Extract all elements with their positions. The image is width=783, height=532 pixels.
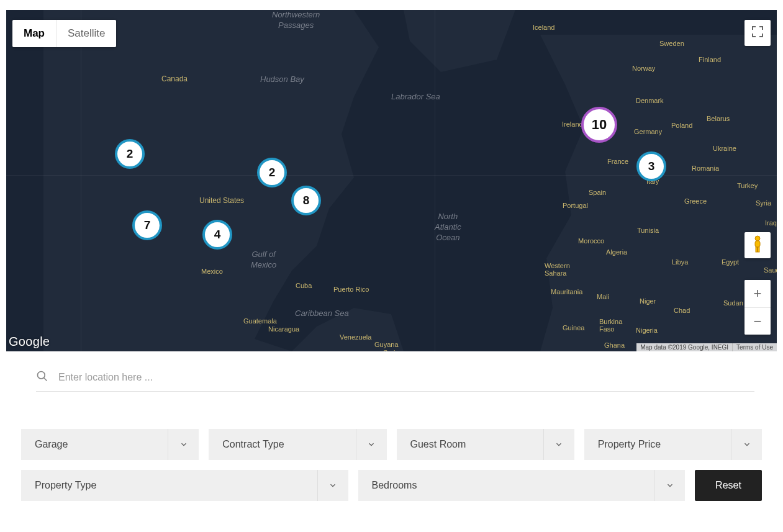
chevron-down-icon [356, 429, 387, 460]
place-label: Guyana [374, 341, 399, 348]
place-label: Puerto Rico [333, 286, 369, 293]
grid-line [435, 10, 435, 351]
map-background [6, 10, 777, 351]
place-label: Ukraine [713, 145, 736, 152]
cluster-marker[interactable]: 4 [202, 220, 232, 250]
place-label: Mexico [201, 268, 223, 275]
cluster-marker[interactable]: 7 [132, 210, 162, 240]
place-label: Greece [684, 197, 707, 205]
place-label: Guinea [563, 324, 584, 331]
place-label: Mauritania [551, 288, 582, 295]
place-label: Sweden [659, 40, 684, 47]
filter-label: Guest Room [397, 429, 543, 460]
svg-rect-3 [756, 247, 758, 252]
place-label: United States [199, 196, 244, 205]
filter-label: Property Type [21, 470, 317, 501]
place-label: Niger [640, 297, 656, 305]
chevron-down-icon [168, 429, 199, 460]
svg-point-1 [755, 236, 760, 241]
grid-line [81, 10, 81, 351]
ocean-label: Caribbean Sea [295, 309, 349, 319]
place-label: Portugal [563, 202, 588, 209]
place-label: Poland [671, 122, 692, 129]
place-label: Venezuela [340, 333, 371, 341]
filter-bedrooms[interactable]: Bedrooms [358, 470, 686, 501]
ocean-label: Gulf of Mexico [251, 250, 276, 271]
place-label: Nicaragua [268, 325, 299, 333]
place-label: France [607, 158, 628, 165]
place-label: Western Sahara [545, 262, 570, 277]
map-footer: Map data ©2019 Google, INEGI Terms of Us… [636, 343, 777, 351]
place-label: Romania [692, 165, 719, 172]
terms-link[interactable]: Terms of Use [732, 343, 777, 351]
place-label: Nigeria [636, 327, 658, 334]
reset-button[interactable]: Reset [695, 470, 762, 501]
streetview-pegman[interactable] [745, 232, 771, 258]
filter-label: Property Price [584, 429, 731, 460]
filter-label: Bedrooms [358, 470, 654, 501]
search-icon [36, 370, 48, 385]
place-label: Norway [632, 65, 655, 72]
svg-point-5 [38, 372, 45, 379]
place-label: Ghana [604, 341, 625, 349]
map-data-attribution: Map data ©2019 Google, INEGI [636, 343, 732, 351]
ocean-label: North Atlantic Ocean [435, 212, 461, 243]
cluster-marker[interactable]: 2 [257, 158, 287, 187]
ocean-label: Hudson Bay [260, 74, 304, 85]
place-label: Iceland [533, 24, 554, 31]
map-type-toggle: Map Satellite [12, 20, 116, 47]
place-label: Canada [161, 74, 188, 83]
place-label: Saudi [764, 266, 777, 274]
place-label: Egypt [722, 258, 739, 266]
place-label: Iraq [765, 219, 777, 227]
place-label: Belarus [707, 115, 730, 122]
chevron-down-icon [731, 429, 762, 460]
cluster-marker[interactable]: 2 [115, 139, 145, 169]
map-type-map[interactable]: Map [12, 20, 56, 47]
filter-property-type[interactable]: Property Type [21, 470, 348, 501]
place-label: Morocco [578, 237, 604, 245]
filter-label: Contract Type [209, 429, 355, 460]
place-label: Finland [699, 56, 721, 63]
filter-label: Garage [21, 429, 168, 460]
filter-property-price[interactable]: Property Price [584, 429, 762, 460]
svg-rect-2 [755, 241, 760, 247]
fullscreen-button[interactable] [745, 20, 771, 46]
place-label: Burkina Faso [599, 318, 622, 333]
chevron-down-icon [317, 470, 348, 501]
place-label: Germany [634, 128, 662, 135]
place-label: Syria [756, 199, 771, 207]
zoom-out-button[interactable]: − [745, 307, 771, 335]
filter-contract-type[interactable]: Contract Type [209, 429, 386, 460]
ocean-label: Labrador Sea [391, 92, 440, 102]
cluster-marker[interactable]: 8 [291, 186, 321, 215]
place-label: Sudan [723, 299, 743, 307]
pegman-icon [751, 235, 764, 255]
location-search [36, 370, 754, 392]
place-label: Ireland [562, 120, 583, 128]
place-label: Guatemala [243, 317, 277, 325]
place-label: Libya [672, 258, 688, 266]
cluster-marker[interactable]: 10 [581, 107, 617, 143]
place-label: Tunisia [637, 227, 659, 234]
filter-guest-room[interactable]: Guest Room [397, 429, 574, 460]
map-type-satellite[interactable]: Satellite [56, 20, 116, 47]
map-container[interactable]: North Atlantic Ocean Hudson Bay Labrador… [6, 10, 777, 351]
place-label: Algeria [606, 248, 627, 256]
place-label: Denmark [636, 97, 664, 104]
cluster-marker[interactable]: 3 [636, 151, 666, 181]
ocean-label: Northwestern Passages [272, 10, 320, 31]
place-label: Spain [589, 189, 606, 196]
zoom-control: + − [745, 280, 771, 335]
place-label: Suriname [383, 349, 412, 351]
fullscreen-icon [752, 26, 763, 40]
place-label: Turkey [737, 182, 758, 189]
chevron-down-icon [654, 470, 685, 501]
filters: Garage Contract Type Guest Room Property… [21, 429, 762, 501]
filter-garage[interactable]: Garage [21, 429, 199, 460]
place-label: Mali [597, 293, 609, 300]
zoom-in-button[interactable]: + [745, 280, 771, 307]
svg-line-6 [44, 378, 47, 381]
chevron-down-icon [543, 429, 574, 460]
location-input[interactable] [58, 372, 754, 383]
